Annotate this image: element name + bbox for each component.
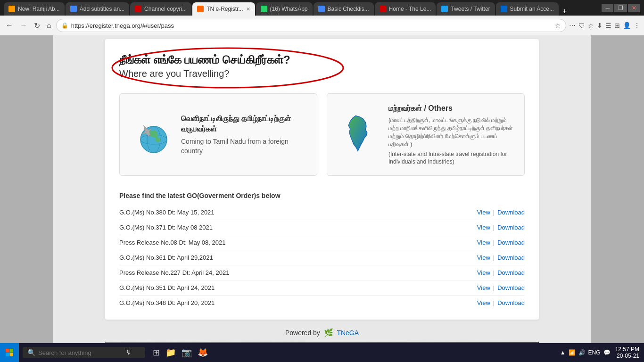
taskbar-search-input[interactable] xyxy=(38,349,123,356)
heading-section: நீங்கள் எங்கே பயணம் செய்கிறீர்கள்? Where… xyxy=(119,53,525,84)
tab-basic-checklist[interactable]: Basic Checklis... xyxy=(314,2,374,16)
taskbar-search-box[interactable]: 🔍 🎙 xyxy=(23,347,145,358)
others-travel-card[interactable]: மற்றவர்கள் / Others (மாவட்டத்திற்குள், ம… xyxy=(327,93,525,176)
heading-english: Where are you Travelling? xyxy=(119,68,525,79)
separator-5: | xyxy=(493,269,495,276)
url-input[interactable] xyxy=(71,22,552,29)
download-icon[interactable]: ⬇ xyxy=(597,22,603,29)
go-section: Please find the latest GO(Goverment Orde… xyxy=(119,187,525,310)
shield-icon[interactable]: 🛡 xyxy=(578,22,585,29)
card1-title-english: Coming to Tamil Nadu from a foreign coun… xyxy=(181,137,307,156)
go-section-title: Please find the latest GO(Goverment Orde… xyxy=(119,192,525,199)
tab-favicon xyxy=(380,6,386,12)
start-button[interactable] xyxy=(0,343,19,362)
forward-button[interactable]: → xyxy=(18,19,29,32)
volume-icon[interactable]: 🔊 xyxy=(578,349,586,356)
download-link-2[interactable]: Download xyxy=(497,224,525,231)
refresh-button[interactable]: ↻ xyxy=(32,19,42,32)
view-link-3[interactable]: View xyxy=(477,239,490,246)
download-link-4[interactable]: Download xyxy=(497,254,525,261)
tab-bar: New! Ramji Ab... Add subtitles an... Cha… xyxy=(4,0,600,16)
powered-by-section: Powered by 🌿 TNeGA xyxy=(53,323,591,342)
tab-submit-access[interactable]: Submit an Acce... xyxy=(496,2,559,16)
download-link-7[interactable]: Download xyxy=(497,299,525,306)
system-tray: ▲ 📶 🔊 ENG 💬 xyxy=(560,349,611,356)
foreign-travel-card[interactable]: வெளிநாட்டிலிருந்து தமிழ்நாட்டிற்குள் வரு… xyxy=(119,93,317,176)
mic-icon[interactable]: 🎙 xyxy=(126,349,132,356)
address-bar[interactable]: 🔒 ☆ xyxy=(56,19,566,32)
tab-favicon xyxy=(441,6,448,12)
tab-new-ramji[interactable]: New! Ramji Ab... xyxy=(4,2,65,16)
page-wrapper: நீங்கள் எங்கே பயணம் செய்கிறீர்கள்? Where… xyxy=(53,35,591,343)
view-link-4[interactable]: View xyxy=(477,254,490,261)
star-icon[interactable]: ☆ xyxy=(588,22,594,29)
collections-icon[interactable]: ☰ xyxy=(605,22,611,29)
separator-4: | xyxy=(493,254,495,261)
svg-rect-6 xyxy=(6,353,9,357)
tab-close-button[interactable]: ✕ xyxy=(246,6,250,12)
go-row-7: G.O.(Ms) No.348 Dt: April 20, 2021 View … xyxy=(119,296,525,310)
tab-title: (16) WhatsApp xyxy=(270,6,308,12)
firefox-icon[interactable]: 🦊 xyxy=(198,347,208,358)
tab-add-subtitles[interactable]: Add subtitles an... xyxy=(66,2,129,16)
tab-channel-copyright[interactable]: Channel copyri... xyxy=(130,2,191,16)
view-link-6[interactable]: View xyxy=(477,284,490,291)
settings-icon[interactable]: ⋮ xyxy=(634,22,640,29)
tab-title: Home - The Le... xyxy=(389,6,431,12)
powered-by-text: Powered by xyxy=(285,329,320,337)
nav-toolbar-icons: ⋯ 🛡 ☆ ⬇ ☰ ⊞ 👤 ⋮ xyxy=(569,22,640,29)
split-icon[interactable]: ⊞ xyxy=(614,22,620,29)
tab-whatsapp[interactable]: (16) WhatsApp xyxy=(256,2,313,16)
go-row-1: G.O.(Ms) No.380 Dt: May 15, 2021 View | … xyxy=(119,205,525,220)
view-link-2[interactable]: View xyxy=(477,224,490,231)
tab-favicon xyxy=(8,6,15,12)
go-row-5: Press Release No.227 Dt: April 24, 2021 … xyxy=(119,265,525,280)
close-button[interactable]: ✕ xyxy=(628,4,640,12)
search-icon: 🔍 xyxy=(27,349,35,356)
download-link-6[interactable]: Download xyxy=(497,284,525,291)
view-link-5[interactable]: View xyxy=(477,269,490,276)
bookmark-icon[interactable]: ☆ xyxy=(555,22,561,29)
back-button[interactable]: ← xyxy=(4,19,15,32)
network-icon[interactable]: 📶 xyxy=(569,349,576,356)
taskbar-clock[interactable]: 12:57 PM 20-05-21 xyxy=(615,346,639,359)
tab-favicon xyxy=(318,6,325,12)
go-title-3: Press Release No.08 Dt: May 08, 2021 xyxy=(119,239,477,246)
separator-7: | xyxy=(493,299,495,306)
notification-icon[interactable]: 💬 xyxy=(603,349,611,356)
tab-home-lea[interactable]: Home - The Le... xyxy=(375,2,436,16)
airplane-globe-svg xyxy=(129,114,172,156)
svg-rect-4 xyxy=(6,349,9,353)
go-links-5: View | Download xyxy=(477,269,525,276)
up-arrow-icon[interactable]: ▲ xyxy=(560,349,566,356)
go-links-3: View | Download xyxy=(477,239,525,246)
download-link-1[interactable]: Download xyxy=(497,209,525,216)
restore-button[interactable]: ❐ xyxy=(614,4,627,12)
card1-text: வெளிநாட்டிலிருந்து தமிழ்நாட்டிற்குள் வரு… xyxy=(181,114,307,156)
home-button[interactable]: ⌂ xyxy=(45,19,53,32)
more-button[interactable]: ⋯ xyxy=(569,22,576,29)
download-link-3[interactable]: Download xyxy=(497,239,525,246)
download-link-5[interactable]: Download xyxy=(497,269,525,276)
minimize-button[interactable]: ─ xyxy=(602,4,613,12)
card1-title-tamil: வெளிநாட்டிலிருந்து தமிழ்நாட்டிற்குள் வரு… xyxy=(181,114,307,135)
camera-icon[interactable]: 📷 xyxy=(182,347,192,358)
go-title-2: G.O.(Ms) No.371 Dt: May 08 2021 xyxy=(119,224,477,231)
task-view-icon[interactable]: ⊞ xyxy=(153,347,160,358)
tab-tn-eregister[interactable]: TN e-Registr... ✕ xyxy=(192,2,255,16)
tab-twitter[interactable]: Tweets / Twitter xyxy=(437,2,495,16)
separator-3: | xyxy=(493,239,495,246)
date-display: 20-05-21 xyxy=(615,353,639,359)
tnega-link[interactable]: TNeGA xyxy=(337,329,359,337)
profile-icon[interactable]: 👤 xyxy=(623,22,631,29)
tnega-leaf-icon: 🌿 xyxy=(324,329,333,337)
view-link-1[interactable]: View xyxy=(477,209,490,216)
tab-favicon xyxy=(197,6,204,12)
go-links-4: View | Download xyxy=(477,254,525,261)
tab-title: Basic Checklis... xyxy=(328,6,369,12)
new-tab-button[interactable]: + xyxy=(560,7,570,16)
file-explorer-icon[interactable]: 📁 xyxy=(165,347,176,358)
taskbar-app-icons: ⊞ 📁 📷 🦊 xyxy=(153,347,208,358)
view-link-7[interactable]: View xyxy=(477,299,490,306)
tn-map-icon xyxy=(337,114,379,156)
